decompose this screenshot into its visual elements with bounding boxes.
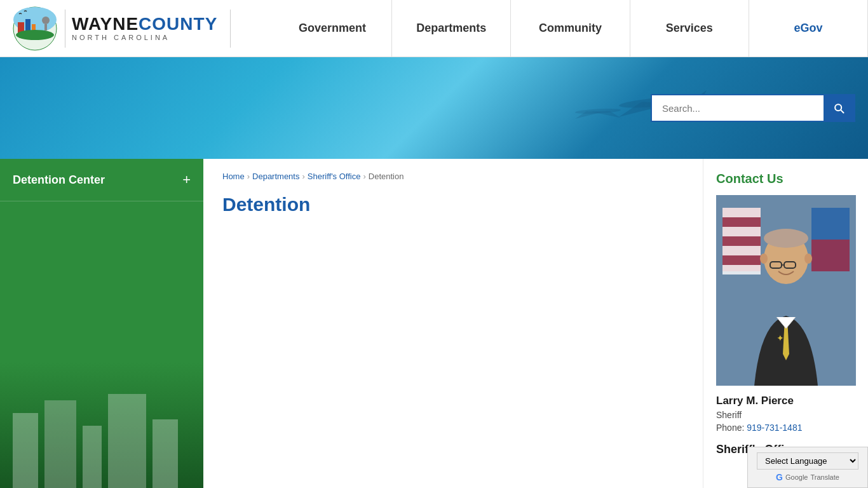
- svg-point-34: [760, 254, 768, 264]
- svg-rect-15: [13, 413, 38, 488]
- breadcrumb-current: Detention: [369, 172, 404, 181]
- search-button[interactable]: [824, 94, 854, 122]
- breadcrumb-departments[interactable]: Departments: [252, 172, 299, 181]
- search-overlay: [651, 94, 855, 122]
- svg-rect-25: [722, 265, 761, 274]
- phone-number-link[interactable]: 919-731-1481: [747, 423, 802, 433]
- sidebar-title: Detention Center: [13, 173, 105, 187]
- main-navigation: Government Departments Community Service…: [273, 0, 868, 57]
- google-label: Google: [785, 473, 808, 481]
- svg-point-7: [16, 30, 54, 40]
- google-translate-branding: G Google Translate: [776, 472, 839, 482]
- svg-marker-14: [590, 111, 621, 118]
- contact-us-heading: Contact Us: [716, 172, 855, 186]
- breadcrumb-sep-3: ›: [363, 172, 365, 181]
- svg-point-35: [804, 254, 812, 264]
- sidebar-expand-icon[interactable]: +: [182, 172, 191, 188]
- language-select[interactable]: Select Language: [757, 452, 858, 470]
- nav-item-egov[interactable]: eGov: [749, 0, 868, 57]
- sidebar-building-graphic: [0, 362, 191, 488]
- svg-rect-22: [722, 208, 761, 217]
- hero-banner: [0, 57, 868, 159]
- left-sidebar: Detention Center +: [0, 159, 203, 488]
- svg-rect-18: [108, 394, 146, 488]
- svg-rect-6: [44, 24, 47, 30]
- nav-item-departments[interactable]: Departments: [392, 0, 511, 57]
- sheriff-name: Larry M. Pierce: [716, 395, 855, 407]
- google-icon: G: [776, 472, 783, 482]
- sheriff-title-label: Sheriff: [716, 410, 855, 420]
- logo-area: WAYNECOUNTY NORTH CAROLINA: [0, 6, 273, 51]
- search-icon: [832, 102, 845, 114]
- logo-divider: [65, 10, 65, 48]
- sheriff-photo-svg: ✦: [716, 195, 856, 386]
- logo-subtitle: NORTH CAROLINA: [72, 34, 217, 41]
- nav-item-government[interactable]: Government: [273, 0, 392, 57]
- logo-icon: [13, 6, 57, 51]
- svg-point-5: [42, 17, 50, 24]
- breadcrumb-sheriffs-office[interactable]: Sheriff's Office: [308, 172, 361, 181]
- header-divider: [230, 10, 231, 48]
- breadcrumb-sep-2: ›: [302, 172, 304, 181]
- breadcrumb-sep-1: ›: [247, 172, 250, 181]
- breadcrumb: Home › Departments › Sheriff's Office › …: [222, 172, 684, 181]
- svg-rect-23: [722, 227, 761, 236]
- svg-text:✦: ✦: [776, 333, 784, 343]
- right-sidebar: Contact Us: [703, 159, 868, 488]
- logo-text: WAYNECOUNTY NORTH CAROLINA: [72, 15, 217, 41]
- sheriff-phone: Phone: 919-731-1481: [716, 423, 855, 433]
- svg-point-12: [575, 108, 621, 115]
- phone-label: Phone:: [716, 423, 747, 433]
- svg-rect-19: [153, 419, 178, 488]
- sheriff-photo: ✦: [716, 195, 856, 386]
- svg-rect-24: [722, 246, 761, 255]
- content-area: Detention Center + Home › Departments › …: [0, 159, 868, 488]
- sidebar-decorative: [0, 362, 203, 488]
- page-main-content: Home › Departments › Sheriff's Office › …: [203, 159, 703, 488]
- translate-bar: Select Language G Google Translate: [747, 447, 868, 488]
- sidebar-header[interactable]: Detention Center +: [0, 159, 203, 201]
- site-header: WAYNECOUNTY NORTH CAROLINA Government De…: [0, 0, 868, 57]
- nav-item-community[interactable]: Community: [511, 0, 630, 57]
- svg-rect-16: [44, 400, 76, 488]
- svg-point-33: [764, 229, 808, 248]
- search-input[interactable]: [652, 103, 824, 114]
- search-box: [651, 94, 855, 122]
- svg-rect-17: [83, 426, 102, 488]
- translate-label: Translate: [810, 473, 839, 481]
- svg-rect-27: [811, 240, 850, 271]
- page-title: Detention: [222, 194, 684, 215]
- breadcrumb-home[interactable]: Home: [222, 172, 245, 181]
- nav-item-services[interactable]: Services: [630, 0, 749, 57]
- logo-name: WAYNECOUNTY: [72, 15, 217, 33]
